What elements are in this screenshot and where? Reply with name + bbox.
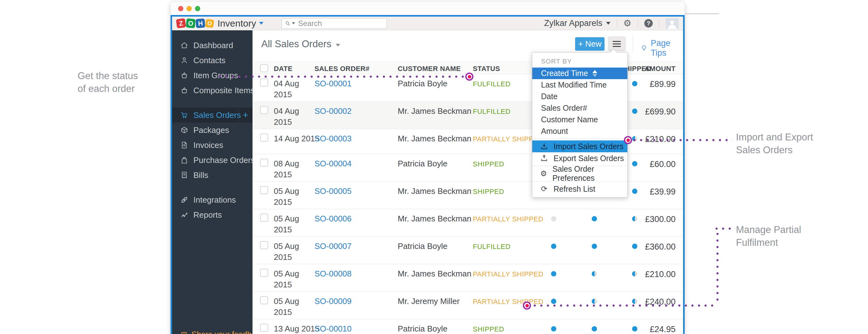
sidebar-item-integrations[interactable]: Integrations [172, 192, 252, 207]
user-avatar[interactable] [665, 18, 679, 29]
annotation-dotted-line [716, 233, 719, 304]
customer-name: Mr. James Beckman [398, 106, 471, 116]
document-icon [180, 141, 188, 149]
row-checkbox[interactable] [260, 269, 268, 277]
sidebar-item-sales-orders[interactable]: Sales Orders + [172, 108, 252, 123]
shipped-indicator [632, 216, 638, 222]
packed-indicator [592, 326, 597, 332]
hamburger-icon [613, 46, 621, 47]
close-window-icon[interactable] [178, 6, 183, 11]
sidebar-item-reports[interactable]: Reports [172, 207, 252, 222]
column-header-date[interactable]: DATE [274, 65, 292, 73]
menu-item-export-sales-orders[interactable]: Export Sales Orders [532, 152, 627, 164]
select-all-checkbox[interactable] [260, 64, 268, 72]
order-date: 14 Aug 2015 [274, 133, 319, 144]
new-sales-order-button[interactable]: + New [575, 37, 604, 51]
minimize-window-icon[interactable] [186, 6, 192, 11]
sidebar-item-label: Composite Items [193, 86, 254, 95]
chevron-down-icon [606, 22, 611, 25]
customer-name: Patricia Boyle [398, 78, 447, 89]
help-icon[interactable]: ? [644, 19, 653, 28]
row-checkbox[interactable] [260, 186, 268, 194]
sidebar-item-contacts[interactable]: Contacts [172, 53, 252, 68]
sales-order-link[interactable]: SO-00007 [314, 241, 352, 252]
sort-option-sales-order[interactable]: Sales Order# [532, 102, 627, 114]
sidebar-item-purchase-orders[interactable]: Purchase Orders [172, 153, 252, 168]
sort-option-last-modified-time[interactable]: Last Modified Time [532, 79, 627, 91]
sales-order-link[interactable]: SO-00005 [314, 186, 352, 197]
row-checkbox[interactable] [260, 324, 268, 332]
row-checkbox[interactable] [260, 159, 268, 167]
sidebar-item-composite-items[interactable]: Composite Items [172, 83, 252, 98]
sales-order-link[interactable]: SO-00001 [314, 78, 352, 89]
chevron-down-icon[interactable] [259, 22, 264, 25]
customer-name: Mr. James Beckman [398, 213, 471, 224]
status-badge: FULFILLED [473, 80, 511, 88]
column-header-status[interactable]: STATUS [473, 65, 500, 73]
menu-item-import-sales-orders[interactable]: Import Sales Orders [532, 140, 627, 152]
sidebar-item-label: Dashboard [193, 41, 233, 51]
sales-order-link[interactable]: SO-00008 [314, 268, 352, 279]
person-silhouette-icon [667, 20, 677, 29]
annotation-dotted-line [715, 227, 735, 230]
list-options-menu-button[interactable] [608, 37, 625, 51]
sort-option-date[interactable]: Date [532, 91, 627, 102]
zoho-logo[interactable]: Z O H O [177, 19, 214, 28]
top-navbar: Z O H O Inventory Zylkar Apparels ⚙ ? [172, 16, 683, 30]
customer-name: Mr. Jeremy Miller [398, 296, 460, 307]
row-checkbox[interactable] [260, 241, 268, 249]
settings-gear-icon[interactable]: ⚙ [623, 19, 631, 28]
row-checkbox[interactable] [260, 296, 268, 304]
receipt-icon [180, 171, 188, 179]
sales-order-link[interactable]: SO-00009 [314, 296, 352, 307]
sidebar-item-label: Purchase Orders [193, 156, 255, 165]
org-selector[interactable]: Zylkar Apparels [544, 19, 611, 28]
maximize-window-icon[interactable] [195, 6, 200, 11]
quick-add-sales-order-button[interactable]: + [238, 108, 252, 123]
sort-option-amount[interactable]: Amount [532, 125, 627, 137]
search-box[interactable] [282, 18, 387, 29]
page-tips-button[interactable]: Page Tips [641, 38, 683, 58]
row-checkbox[interactable] [260, 134, 268, 142]
row-checkbox[interactable] [260, 213, 268, 222]
share-feedback-link[interactable]: Share your feedback [180, 330, 264, 334]
sidebar-item-label: Invoices [193, 140, 223, 150]
page-title[interactable]: All Sales Orders [261, 38, 340, 50]
menu-item-refresh-list[interactable]: ⟳ Refresh List [532, 183, 627, 195]
sidebar-item-invoices[interactable]: Invoices [172, 138, 252, 153]
sales-order-link[interactable]: SO-00004 [314, 158, 352, 169]
cart-icon [180, 111, 188, 119]
table-row[interactable]: 05 Aug2015 SO-00007 Patricia Boyle FULFI… [252, 237, 683, 264]
search-input[interactable] [298, 19, 383, 28]
row-checkbox[interactable] [260, 78, 268, 87]
customer-name: Mr. James Beckman [398, 133, 471, 144]
sidebar-item-packages[interactable]: Packages [172, 123, 252, 138]
column-header-sales-order[interactable]: SALES ORDER# [314, 65, 370, 73]
menu-item-sales-order-preferences[interactable]: ⚙ Sales Order Preferences [532, 168, 627, 179]
table-row[interactable]: 05 Aug2015 SO-00008 Mr. James Beckman PA… [252, 264, 683, 292]
sidebar-item-bills[interactable]: Bills [172, 168, 252, 182]
table-row[interactable]: 05 Aug2015 SO-00006 Mr. James Beckman PA… [252, 209, 683, 237]
invoiced-indicator [551, 271, 556, 276]
shipped-indicator [632, 326, 638, 332]
sort-option-created-time[interactable]: Created Time [532, 68, 627, 79]
search-scope-chevron-icon[interactable] [292, 22, 295, 24]
sidebar-item-dashboard[interactable]: Dashboard [172, 38, 252, 53]
status-badge: PARTIALLY SHIPPED [473, 270, 544, 278]
sort-direction-icon[interactable] [592, 70, 597, 77]
sales-order-link[interactable]: SO-00010 [314, 323, 352, 334]
column-header-customer[interactable]: CUSTOMER NAME [398, 65, 461, 73]
sidebar-item-label: Bills [193, 170, 208, 180]
table-row[interactable]: 13 Aug 2015 SO-00010 Patricia Boyle SHIP… [252, 319, 683, 334]
packed-indicator [592, 216, 597, 222]
sidebar-item-label: Integrations [193, 195, 236, 205]
sales-order-link[interactable]: SO-00006 [314, 213, 352, 224]
row-checkbox[interactable] [260, 106, 268, 114]
upload-icon [540, 154, 549, 162]
order-amount: £24.95 [650, 325, 676, 334]
sort-option-customer-name[interactable]: Customer Name [532, 114, 627, 125]
package-box-icon [180, 126, 188, 134]
column-header-amount[interactable]: AMOUNT [645, 65, 676, 73]
sales-order-link[interactable]: SO-00002 [314, 106, 352, 116]
sales-order-link[interactable]: SO-00003 [314, 133, 352, 144]
